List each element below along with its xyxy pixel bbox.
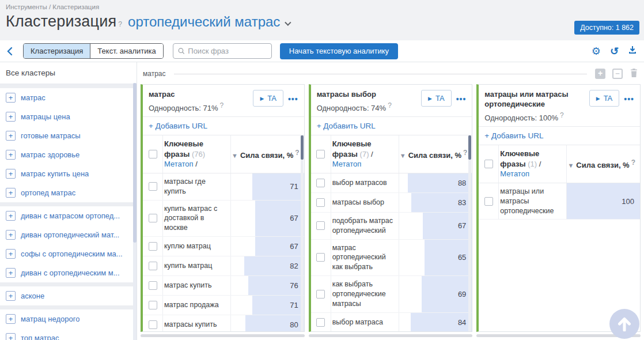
add-url-link[interactable]: + Добавить URL <box>311 116 472 135</box>
expand-plus-icon[interactable]: + <box>6 249 16 259</box>
keyword-row: как выбрать ортопедические матрасы69 <box>311 276 472 313</box>
expand-plus-icon[interactable]: + <box>6 314 16 324</box>
horizontal-scrollbar[interactable] <box>309 334 473 337</box>
sidebar-item-sofy-s-ortopedicheskim[interactable]: +софы с ортопедическим ма... <box>0 244 137 263</box>
help-icon[interactable]: ? <box>463 149 467 157</box>
history-refresh-icon[interactable]: ↺ <box>610 46 619 56</box>
row-checkbox[interactable] <box>316 253 325 262</box>
help-icon[interactable]: ? <box>631 158 635 167</box>
help-icon[interactable]: ? <box>295 149 299 157</box>
row-checkbox[interactable] <box>149 242 157 251</box>
row-checkbox[interactable] <box>484 197 493 206</box>
settings-gear-icon[interactable]: ⚙ <box>592 46 601 56</box>
cluster-group-label: матрас <box>143 70 166 78</box>
sidebar-item-matracy-cena[interactable]: +матрацы цена <box>0 107 137 126</box>
expand-plus-icon[interactable]: + <box>6 150 16 160</box>
sidebar-scrollbar-thumb[interactable] <box>133 83 137 243</box>
row-checkbox[interactable] <box>316 221 325 230</box>
tab-clustering[interactable]: Кластеризация <box>24 44 90 58</box>
sidebar-item-matrac-nedorogo[interactable]: +матрац недорого <box>0 309 137 328</box>
sidebar-item-matras-kupit-cena[interactable]: +матрас купить цена <box>0 164 137 183</box>
sidebar-item-matras-zdorovie[interactable]: +матрас здоровье <box>0 145 137 164</box>
row-checkbox[interactable] <box>149 182 157 191</box>
scroll-to-top-button[interactable] <box>609 309 639 339</box>
expand-plus-icon[interactable]: + <box>6 268 16 278</box>
row-checkbox[interactable] <box>316 198 325 207</box>
keyword-row: матрас ортопедический как выбрать65 <box>311 240 472 277</box>
start-text-analytics-button[interactable]: Начать текстовую аналитику <box>280 43 398 59</box>
link-strength-header[interactable]: Сила связи, % <box>408 151 461 160</box>
link-strength-header[interactable]: Сила связи, % <box>576 161 629 169</box>
table-scrollbar[interactable] <box>468 135 471 331</box>
ta-button[interactable]: ▶TA <box>421 90 452 107</box>
expand-plus-icon[interactable]: + <box>6 211 16 221</box>
row-checkbox[interactable] <box>316 179 325 187</box>
row-checkbox[interactable] <box>149 320 157 329</box>
help-icon[interactable]: ? <box>388 101 392 109</box>
trash-icon[interactable] <box>630 68 638 80</box>
sidebar-scrollbar[interactable] <box>133 83 137 340</box>
expand-plus-icon[interactable]: + <box>6 230 16 240</box>
search-input[interactable] <box>188 47 266 55</box>
keyword-row: выбор матрасов88 <box>311 173 472 193</box>
chevron-down-icon[interactable] <box>285 20 291 26</box>
metatop-link[interactable]: Метатоп <box>332 160 362 168</box>
sidebar-item-askone[interactable]: +асконе <box>0 286 137 305</box>
download-icon[interactable] <box>628 46 637 56</box>
row-checkbox[interactable] <box>149 214 157 222</box>
project-selector[interactable]: ортопедический матрас <box>128 14 280 30</box>
phrase-search[interactable] <box>173 43 272 59</box>
tab-text-analytics[interactable]: Текст. аналитика <box>90 44 162 58</box>
sidebar-item-ortoped-matras[interactable]: +ортопед матрас <box>0 183 137 202</box>
more-options-icon[interactable]: ••• <box>456 95 467 104</box>
expand-plus-icon[interactable]: + <box>6 112 16 122</box>
group-divider <box>0 305 137 309</box>
ta-button[interactable]: ▶TA <box>253 90 283 107</box>
row-checkbox[interactable] <box>149 281 157 290</box>
add-url-link[interactable]: + Добавить URL <box>143 116 304 135</box>
table-scrollbar-thumb[interactable] <box>468 135 471 160</box>
horizontal-scrollbar[interactable] <box>141 334 305 337</box>
add-url-link[interactable]: + Добавить URL <box>479 126 640 145</box>
row-checkbox[interactable] <box>316 318 325 327</box>
help-icon[interactable]: ? <box>560 111 564 119</box>
view-tabs: Кластеризация Текст. аналитика <box>23 43 164 59</box>
row-checkbox[interactable] <box>149 262 157 270</box>
sidebar-item-divan-s-matrasom[interactable]: +диван с матрасом ортопед... <box>0 206 137 225</box>
expand-plus-icon[interactable]: + <box>6 93 16 103</box>
row-checkbox[interactable] <box>316 290 325 299</box>
sidebar-item-matras[interactable]: +матрас <box>0 88 137 107</box>
sort-caret-icon[interactable]: ▼ <box>567 162 574 169</box>
breadcrumb[interactable]: Инструменты / Кластеризация <box>6 3 638 10</box>
back-chevron-icon[interactable] <box>7 46 17 56</box>
sidebar-item-divan-ortopedicheskiy[interactable]: +диван ортопедический мат... <box>0 225 137 244</box>
split-minus-icon[interactable]: − <box>612 69 623 79</box>
select-all-checkbox[interactable] <box>316 150 325 158</box>
expand-plus-icon[interactable]: + <box>6 291 16 301</box>
table-scrollbar-thumb[interactable] <box>301 135 304 160</box>
sidebar-item-top-matras[interactable]: +топ матрас <box>0 328 137 340</box>
merge-plus-icon[interactable]: + <box>595 69 605 79</box>
select-all-checkbox[interactable] <box>149 150 157 158</box>
sort-caret-icon[interactable]: ▼ <box>400 152 406 159</box>
ta-button[interactable]: ▶TA <box>589 90 620 107</box>
table-scrollbar[interactable] <box>301 135 304 331</box>
more-options-icon[interactable]: ••• <box>288 95 298 104</box>
expand-plus-icon[interactable]: + <box>6 333 16 340</box>
sidebar-item-divan-s-ortopedicheskim[interactable]: +диван с ортопедическим м... <box>0 263 137 282</box>
select-all-checkbox[interactable] <box>484 160 493 168</box>
metatop-link[interactable]: Метатоп <box>500 169 529 178</box>
title-help-icon[interactable]: ? <box>118 20 122 28</box>
expand-plus-icon[interactable]: + <box>6 131 16 141</box>
expand-plus-icon[interactable]: + <box>6 188 16 198</box>
link-strength-header[interactable]: Сила связи, % <box>240 151 293 160</box>
more-options-icon[interactable]: ••• <box>624 95 634 104</box>
sort-caret-icon[interactable]: ▼ <box>232 152 238 159</box>
sidebar-item-gotovye-matrasy[interactable]: +готовые матрасы <box>0 126 137 145</box>
metatop-link[interactable]: Метатоп <box>164 160 194 168</box>
expand-plus-icon[interactable]: + <box>6 169 16 179</box>
help-icon[interactable]: ? <box>219 101 223 109</box>
clusters-main-area: матрас + − матрас Однородность: 71%? <box>137 62 644 340</box>
group-divider <box>0 282 137 286</box>
row-checkbox[interactable] <box>149 301 157 309</box>
